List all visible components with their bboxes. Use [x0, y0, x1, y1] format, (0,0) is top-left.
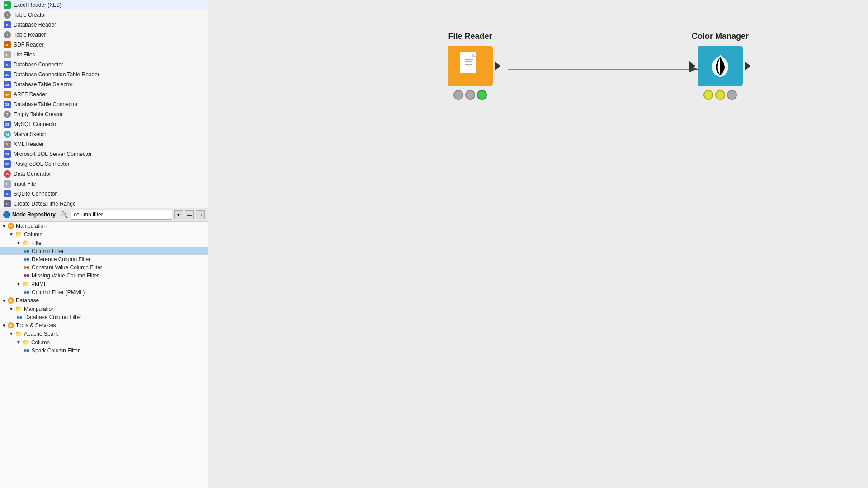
top-list-item[interactable]: TTable Reader: [0, 30, 208, 40]
node-item-label: Excel Reader (XLS): [14, 2, 61, 8]
node-item-label: Input File: [14, 181, 36, 187]
tree-item[interactable]: ▼ ⚙ Tools & Services: [0, 321, 208, 329]
tree-item[interactable]: Database Column Filter: [0, 313, 208, 321]
top-list-item[interactable]: TEmpty Table Creator: [0, 109, 208, 119]
port-3[interactable]: [477, 90, 487, 100]
tree-item[interactable]: ▼ 📁 Column: [0, 230, 208, 239]
node-item-label: Data Generator: [14, 171, 51, 177]
top-list-item[interactable]: DCreate Date&Time Range: [0, 199, 208, 208]
node-item-label: Create Date&Time Range: [14, 201, 76, 207]
node-icon: T: [4, 111, 11, 118]
top-list-item[interactable]: TTable Creator: [0, 10, 208, 20]
cm-port-3[interactable]: [727, 90, 737, 100]
file-reader-box[interactable]: →: [448, 46, 493, 86]
tree-item[interactable]: ▼ 📁 PMML: [0, 280, 208, 288]
tree-item[interactable]: Column Filter: [0, 247, 208, 255]
folder-icon: 📁: [15, 330, 22, 337]
tree-item[interactable]: ▼ 📁 Filter: [0, 239, 208, 247]
top-list-item[interactable]: DBMicrosoft SQL Server Connector: [0, 149, 208, 159]
tree-item[interactable]: Missing Value Column Filter: [0, 272, 208, 280]
top-list-item[interactable]: XLExcel Reader (XLS): [0, 0, 208, 10]
search-input[interactable]: [71, 210, 172, 220]
tree-item-label: Tools & Services: [16, 322, 56, 328]
color-manager-title: Color Manager: [692, 32, 749, 41]
node-item-label: Table Reader: [14, 32, 46, 38]
file-reader-title: File Reader: [448, 32, 492, 41]
tree-item[interactable]: ▼ 📁 Apache Spark: [0, 329, 208, 338]
node-list-container: XLExcel Reader (XLS)TTable CreatorDBData…: [0, 0, 208, 208]
svg-rect-0: [24, 250, 26, 253]
port-1[interactable]: [453, 90, 463, 100]
tree-item[interactable]: Constant Value Column Filter: [0, 263, 208, 272]
tree-item[interactable]: ▼ 📁 Manipulation: [0, 305, 208, 313]
top-list-item[interactable]: DBSQLite Connector: [0, 189, 208, 199]
top-list-item[interactable]: XXML Reader: [0, 139, 208, 149]
left-panel: XLExcel Reader (XLS)TTable CreatorDBData…: [0, 0, 208, 488]
tree-item[interactable]: Spark Column Filter: [0, 347, 208, 355]
folder-icon: 📁: [15, 231, 22, 238]
top-list-item[interactable]: MMarvinSketch: [0, 129, 208, 139]
cm-port-2[interactable]: [715, 90, 725, 100]
tree-item[interactable]: ▼ 📁 Column: [0, 338, 208, 347]
expand-btn[interactable]: □: [196, 210, 205, 219]
top-list-item[interactable]: ARARFF Reader: [0, 89, 208, 99]
node-item-label: SDF Reader: [14, 42, 44, 48]
node-icon: DB: [4, 150, 11, 158]
top-list-item[interactable]: DBPostgreSQL Connector: [0, 159, 208, 169]
tree-expand-arrow: ▼: [9, 306, 14, 311]
node-type-icon: [24, 272, 30, 279]
top-list-item[interactable]: DBDatabase Connection Table Reader: [0, 70, 208, 80]
folder-icon: 📁: [15, 305, 22, 312]
top-list-item[interactable]: SDSDF Reader: [0, 40, 208, 50]
tree-item-label: Database: [16, 297, 39, 304]
top-list-item[interactable]: GData Generator: [0, 169, 208, 179]
top-list-item[interactable]: DBDatabase Table Connector: [0, 99, 208, 109]
port-2[interactable]: [465, 90, 475, 100]
tree-item-label: Column Filter (PMML): [32, 289, 85, 296]
node-icon: DB: [4, 160, 11, 168]
tree-expand-arrow: ▼: [16, 240, 21, 245]
tree-item[interactable]: Column Filter (PMML): [0, 288, 208, 296]
node-item-label: MySQL Connector: [14, 121, 58, 127]
top-list-item[interactable]: DBMySQL Connector: [0, 119, 208, 129]
color-manager-box[interactable]: [698, 46, 743, 86]
collapse-btn[interactable]: —: [185, 210, 194, 219]
tree-item-label: PMML: [31, 281, 47, 287]
top-list-item[interactable]: DBDatabase Reader: [0, 20, 208, 30]
top-list-item[interactable]: LList Files: [0, 50, 208, 60]
svg-rect-12: [24, 274, 26, 277]
node-icon: DB: [4, 190, 11, 197]
tree-item[interactable]: ▼ ⚙ Database: [0, 296, 208, 305]
color-manager-out-port[interactable]: [745, 61, 751, 70]
node-icon: T: [4, 31, 11, 38]
tree-item-label: Filter: [31, 240, 43, 246]
node-icon: DB: [4, 21, 11, 28]
folder-icon: 📁: [22, 281, 29, 287]
cm-port-1[interactable]: [703, 90, 713, 100]
top-list-item[interactable]: DBDatabase Table Selector: [0, 80, 208, 89]
tree-area: ▼ ⚙ Manipulation ▼ 📁 Column ▼ 📁 Filter C…: [0, 222, 208, 488]
root-icon: ⚙: [8, 223, 14, 229]
file-reader-out-port[interactable]: [495, 61, 501, 70]
node-icon: AR: [4, 91, 11, 98]
tree-item-label: Column Filter: [32, 248, 64, 254]
tree-item[interactable]: Reference Column Filter: [0, 255, 208, 263]
svg-rect-36: [465, 64, 472, 65]
color-manager-in-port[interactable]: [689, 61, 696, 70]
tree-item-label: Apache Spark: [24, 331, 58, 337]
tree-item-label: Column: [24, 231, 42, 238]
tree-item[interactable]: ▼ ⚙ Manipulation: [0, 222, 208, 230]
filter-btn[interactable]: ▼: [174, 210, 183, 219]
node-icon: F: [4, 180, 11, 188]
top-list-item[interactable]: FInput File: [0, 179, 208, 189]
tree-item-label: Column: [31, 339, 50, 346]
node-type-icon: [24, 264, 30, 271]
top-list-item[interactable]: DBDatabase Connector: [0, 60, 208, 70]
file-reader-node[interactable]: File Reader →: [448, 32, 493, 100]
tree-expand-arrow: ▼: [16, 340, 21, 345]
root-icon: ⚙: [8, 297, 14, 304]
color-manager-node[interactable]: Color Manager: [692, 32, 749, 100]
repo-icon: 🔵: [3, 211, 10, 218]
repo-label: Node Repository: [12, 211, 56, 218]
tree-item-label: Spark Column Filter: [32, 347, 80, 354]
